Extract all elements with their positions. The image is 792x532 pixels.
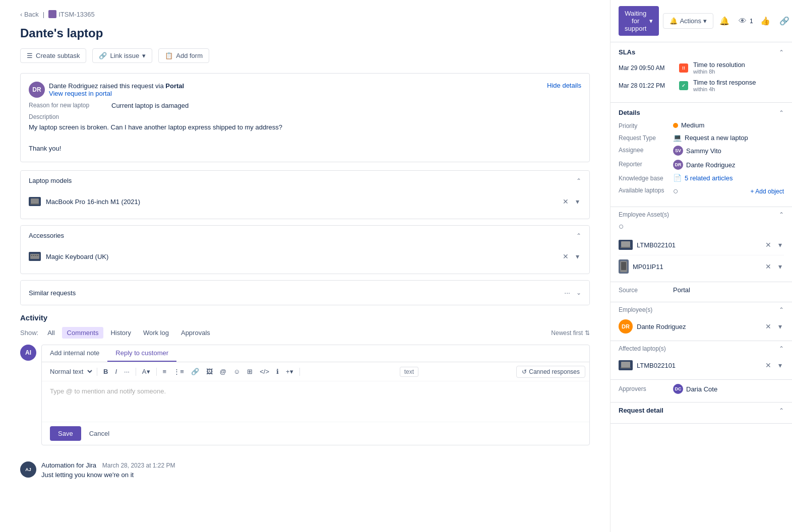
create-subtask-button[interactable]: ☰ Create subtask (20, 48, 86, 63)
svg-rect-12 (621, 367, 631, 368)
asset-expand-1[interactable]: ▾ (776, 239, 784, 251)
requester-row: DR Dante Rodriguez raised this request v… (29, 82, 581, 98)
laptop-settings-button[interactable]: ✕ (561, 195, 571, 208)
cancel-button[interactable]: Cancel (85, 426, 113, 441)
affected-unlink[interactable]: ✕ (763, 359, 773, 371)
table-button[interactable]: ⊞ (244, 366, 256, 377)
accessory-expand-button[interactable]: ▾ (574, 250, 581, 262)
svg-rect-3 (31, 255, 32, 256)
affected-laptops-section: Affected laptop(s) LTMB022101 ✕ ▾ (611, 341, 792, 380)
image-button[interactable]: 🖼 (203, 366, 216, 377)
laptop-models-body: MacBook Pro 16-inch M1 (2021) ✕ ▾ (21, 190, 589, 219)
internal-note-tab[interactable]: Add internal note (42, 345, 107, 362)
ticket-id: ITSM-13365 (48, 10, 95, 18)
reporter-value: DR Dante Rodriguez (673, 160, 784, 170)
eye-button[interactable]: 👁 (737, 15, 749, 28)
affected-asset-name: LTMB022101 (637, 362, 759, 369)
breadcrumb-sep: | (43, 11, 44, 18)
comment-header: Automation for Jira March 28, 2023 at 1:… (41, 461, 590, 469)
laptop-models-header[interactable]: Laptop models (21, 171, 589, 190)
asset-unlink-2[interactable]: ✕ (763, 260, 773, 273)
tab-approvals[interactable]: Approvals (176, 327, 215, 339)
asset-expand-2[interactable]: ▾ (776, 260, 784, 273)
more-button[interactable]: +▾ (283, 366, 296, 377)
available-laptops-circle: ○ (673, 186, 679, 196)
format-select[interactable]: Normal text (46, 365, 94, 378)
reporter-row: Reporter DR Dante Rodriguez (619, 160, 784, 170)
tab-worklog[interactable]: Work log (138, 327, 174, 339)
kb-link[interactable]: 5 related articles (685, 174, 733, 182)
accessories-header[interactable]: Accessories (21, 226, 589, 245)
laptop-models-section: Laptop models MacBook Pro 16-inch M1 (20… (20, 170, 590, 219)
back-link[interactable]: ‹ Back (20, 11, 39, 18)
code-button[interactable]: </> (257, 366, 272, 377)
details-header[interactable]: Details (619, 109, 784, 116)
laptop-item-left: MacBook Pro 16-inch M1 (2021) (29, 197, 140, 206)
reply-customer-tab[interactable]: Reply to customer (107, 345, 176, 362)
laptop-expand-button[interactable]: ▾ (574, 195, 581, 208)
canned-responses-button[interactable]: ↺ Canned responses (516, 366, 585, 378)
request-type-label: Request Type (619, 134, 669, 142)
employee-unlink[interactable]: ✕ (763, 320, 773, 332)
accessory-name: Magic Keyboard (UK) (46, 253, 108, 260)
tab-all[interactable]: All (42, 327, 59, 339)
emoji-button[interactable]: ☺ (230, 366, 243, 377)
bold-button[interactable]: B (100, 366, 111, 377)
similar-requests-title: Similar requests (29, 289, 76, 297)
tab-history[interactable]: History (105, 327, 136, 339)
reply-editor-row: AI Add internal note Reply to customer N… (20, 345, 590, 453)
actions-button[interactable]: 🔔 Actions ▾ (663, 13, 713, 29)
hide-details-button[interactable]: Hide details (547, 82, 581, 89)
editor-footer: Save Cancel (42, 422, 589, 445)
reporter-avatar: DR (673, 160, 683, 170)
link-button[interactable]: 🔗 (188, 366, 202, 377)
tab-comments[interactable]: Comments (62, 327, 104, 339)
employee-expand[interactable]: ▾ (776, 320, 784, 332)
knowledge-base-label: Knowledge base (619, 174, 669, 182)
affected-asset-item: LTMB022101 ✕ ▾ (619, 355, 784, 375)
laptop-item-controls: ✕ ▾ (561, 195, 581, 208)
asset-unlink-1[interactable]: ✕ (763, 239, 773, 251)
employee-assets-title: Employee Asset(s) (619, 211, 669, 218)
ordered-list-button[interactable]: ⋮≡ (170, 366, 187, 377)
affected-expand[interactable]: ▾ (776, 359, 784, 371)
thumbs-up-button[interactable]: 👍 (758, 14, 772, 28)
similar-requests-section: Similar requests ··· (20, 280, 590, 305)
text-color-button[interactable]: A▾ (139, 366, 153, 377)
view-request-link[interactable]: View request in portal (49, 90, 112, 97)
sla-header[interactable]: SLAs (619, 48, 784, 56)
employees-section: Employee(s) DR Dante Rodriguez ✕ ▾ (611, 302, 792, 341)
status-button[interactable]: Waiting for support ▾ (619, 6, 659, 36)
source-value: Portal (673, 286, 690, 294)
more-format-button[interactable]: ··· (121, 366, 133, 377)
assets-circle: ○ (619, 221, 784, 232)
reason-label: Reason for new laptop (29, 102, 99, 109)
add-object-button[interactable]: + Add object (751, 188, 784, 195)
description-section: Description My laptop screen is broken. … (29, 113, 581, 154)
info-button[interactable]: ℹ (273, 366, 282, 377)
similar-more-button[interactable]: ··· (562, 287, 572, 299)
similar-requests-header[interactable]: Similar requests ··· (21, 281, 589, 305)
description-text: My laptop screen is broken. Can I have a… (29, 122, 581, 154)
sort-button[interactable]: Newest first ⇅ (551, 329, 590, 337)
sla-date-1: Mar 29 09:50 AM (619, 64, 674, 72)
request-detail-expand-header[interactable]: Request detail (619, 407, 784, 414)
mention-button[interactable]: @ (217, 366, 229, 377)
editor-content[interactable]: Type @ to mention and notify someone. (42, 381, 589, 422)
link-issue-button[interactable]: 🔗 Link issue ▾ (92, 48, 152, 63)
assignee-label: Assignee (619, 146, 669, 154)
request-detail-chevron (779, 407, 784, 414)
right-panel: Waiting for support ▾ 🔔 Actions ▾ 🔔 👁 1 … (611, 0, 792, 532)
svg-rect-4 (33, 255, 34, 256)
bell-button[interactable]: 🔔 (717, 14, 732, 28)
add-form-button[interactable]: 📋 Add form (158, 48, 209, 63)
employee-controls: ✕ ▾ (763, 320, 784, 332)
italic-button[interactable]: I (112, 366, 120, 377)
employees-header: Employee(s) (619, 306, 784, 313)
reason-value: Current laptop is damaged (111, 102, 189, 109)
save-button[interactable]: Save (50, 426, 81, 441)
accessory-settings-button[interactable]: ✕ (561, 250, 571, 262)
share-button[interactable]: 🔗 (777, 14, 791, 28)
approver-name: Daria Cote (686, 385, 717, 393)
bullet-list-button[interactable]: ≡ (160, 366, 170, 377)
